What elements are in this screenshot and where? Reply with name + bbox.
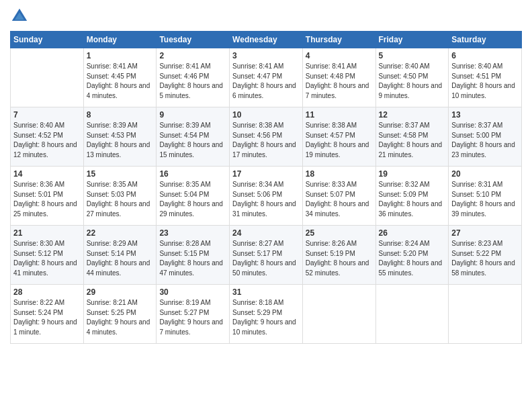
day-info: Sunrise: 8:24 AMSunset: 5:20 PMDaylight:… <box>379 239 446 278</box>
calendar-cell: 5Sunrise: 8:40 AMSunset: 4:50 PMDaylight… <box>375 48 449 107</box>
calendar-cell: 12Sunrise: 8:37 AMSunset: 4:58 PMDayligh… <box>375 107 449 167</box>
calendar-weekday-saturday: Saturday <box>449 32 522 48</box>
day-number: 23 <box>159 228 226 238</box>
calendar-weekday-tuesday: Tuesday <box>157 32 230 48</box>
day-number: 7 <box>13 110 81 120</box>
calendar-cell: 3Sunrise: 8:41 AMSunset: 4:47 PMDaylight… <box>230 48 303 107</box>
day-number: 15 <box>87 169 154 179</box>
day-number: 12 <box>379 110 446 120</box>
calendar-cell: 2Sunrise: 8:41 AMSunset: 4:46 PMDaylight… <box>157 48 230 107</box>
day-info: Sunrise: 8:27 AMSunset: 5:17 PMDaylight:… <box>232 239 300 278</box>
day-number: 2 <box>159 51 226 60</box>
day-info: Sunrise: 8:22 AMSunset: 5:24 PMDaylight:… <box>13 298 81 337</box>
day-info: Sunrise: 8:35 AMSunset: 5:03 PMDaylight:… <box>87 180 154 219</box>
day-info: Sunrise: 8:41 AMSunset: 4:46 PMDaylight:… <box>159 62 226 101</box>
calendar-cell: 14Sunrise: 8:36 AMSunset: 5:01 PMDayligh… <box>11 167 84 226</box>
day-info: Sunrise: 8:38 AMSunset: 4:57 PMDaylight:… <box>306 121 373 160</box>
calendar-cell: 7Sunrise: 8:40 AMSunset: 4:52 PMDaylight… <box>11 107 84 167</box>
calendar-cell: 30Sunrise: 8:19 AMSunset: 5:27 PMDayligh… <box>157 285 230 344</box>
day-number: 13 <box>451 110 519 120</box>
calendar-week-row: 1Sunrise: 8:41 AMSunset: 4:45 PMDaylight… <box>11 48 522 107</box>
calendar-weekday-wednesday: Wednesday <box>230 32 303 48</box>
day-info: Sunrise: 8:41 AMSunset: 4:45 PMDaylight:… <box>87 62 154 101</box>
calendar-week-row: 21Sunrise: 8:30 AMSunset: 5:12 PMDayligh… <box>11 226 522 285</box>
day-number: 4 <box>306 51 373 60</box>
calendar-cell: 31Sunrise: 8:18 AMSunset: 5:29 PMDayligh… <box>230 285 303 344</box>
calendar-weekday-sunday: Sunday <box>11 32 84 48</box>
calendar-weekday-friday: Friday <box>375 32 449 48</box>
calendar-cell: 1Sunrise: 8:41 AMSunset: 4:45 PMDaylight… <box>83 48 157 107</box>
calendar-cell: 29Sunrise: 8:21 AMSunset: 5:25 PMDayligh… <box>83 285 157 344</box>
day-info: Sunrise: 8:18 AMSunset: 5:29 PMDaylight:… <box>232 298 300 337</box>
day-info: Sunrise: 8:34 AMSunset: 5:06 PMDaylight:… <box>232 180 300 219</box>
day-info: Sunrise: 8:41 AMSunset: 4:47 PMDaylight:… <box>232 62 300 101</box>
day-info: Sunrise: 8:29 AMSunset: 5:14 PMDaylight:… <box>87 239 154 278</box>
header <box>10 7 522 26</box>
day-info: Sunrise: 8:39 AMSunset: 4:53 PMDaylight:… <box>87 121 154 160</box>
day-info: Sunrise: 8:35 AMSunset: 5:04 PMDaylight:… <box>159 180 226 219</box>
day-number: 3 <box>232 51 300 60</box>
day-number: 29 <box>87 287 154 297</box>
calendar-cell: 6Sunrise: 8:40 AMSunset: 4:51 PMDaylight… <box>449 48 522 107</box>
day-info: Sunrise: 8:33 AMSunset: 5:07 PMDaylight:… <box>306 180 373 219</box>
day-number: 30 <box>159 287 226 297</box>
calendar-cell: 27Sunrise: 8:23 AMSunset: 5:22 PMDayligh… <box>449 226 522 285</box>
day-number: 6 <box>451 51 519 60</box>
calendar-cell: 9Sunrise: 8:39 AMSunset: 4:54 PMDaylight… <box>157 107 230 167</box>
day-number: 17 <box>232 169 300 179</box>
calendar-cell <box>302 285 375 344</box>
day-number: 9 <box>159 110 226 120</box>
day-info: Sunrise: 8:37 AMSunset: 5:00 PMDaylight:… <box>451 121 519 160</box>
day-number: 16 <box>159 169 226 179</box>
day-number: 11 <box>306 110 373 120</box>
calendar-cell: 4Sunrise: 8:41 AMSunset: 4:48 PMDaylight… <box>302 48 375 107</box>
calendar-cell: 20Sunrise: 8:31 AMSunset: 5:10 PMDayligh… <box>449 167 522 226</box>
calendar-weekday-monday: Monday <box>83 32 157 48</box>
day-number: 20 <box>451 169 519 179</box>
calendar-cell: 25Sunrise: 8:26 AMSunset: 5:19 PMDayligh… <box>302 226 375 285</box>
day-info: Sunrise: 8:40 AMSunset: 4:50 PMDaylight:… <box>379 62 446 101</box>
calendar-cell: 15Sunrise: 8:35 AMSunset: 5:03 PMDayligh… <box>83 167 157 226</box>
calendar-cell: 28Sunrise: 8:22 AMSunset: 5:24 PMDayligh… <box>11 285 84 344</box>
calendar-cell: 18Sunrise: 8:33 AMSunset: 5:07 PMDayligh… <box>302 167 375 226</box>
day-info: Sunrise: 8:39 AMSunset: 4:54 PMDaylight:… <box>159 121 226 160</box>
calendar-cell: 10Sunrise: 8:38 AMSunset: 4:56 PMDayligh… <box>230 107 303 167</box>
calendar-cell <box>449 285 522 344</box>
day-number: 10 <box>232 110 300 120</box>
day-number: 27 <box>451 228 519 238</box>
day-info: Sunrise: 8:40 AMSunset: 4:51 PMDaylight:… <box>451 62 519 101</box>
day-info: Sunrise: 8:32 AMSunset: 5:09 PMDaylight:… <box>379 180 446 219</box>
calendar-cell: 21Sunrise: 8:30 AMSunset: 5:12 PMDayligh… <box>11 226 84 285</box>
calendar-week-row: 14Sunrise: 8:36 AMSunset: 5:01 PMDayligh… <box>11 167 522 226</box>
day-info: Sunrise: 8:40 AMSunset: 4:52 PMDaylight:… <box>13 121 81 160</box>
day-number: 26 <box>379 228 446 238</box>
day-info: Sunrise: 8:37 AMSunset: 4:58 PMDaylight:… <box>379 121 446 160</box>
calendar-week-row: 7Sunrise: 8:40 AMSunset: 4:52 PMDaylight… <box>11 107 522 167</box>
day-number: 19 <box>379 169 446 179</box>
day-number: 8 <box>87 110 154 120</box>
day-info: Sunrise: 8:26 AMSunset: 5:19 PMDaylight:… <box>306 239 373 278</box>
calendar-week-row: 28Sunrise: 8:22 AMSunset: 5:24 PMDayligh… <box>11 285 522 344</box>
day-number: 5 <box>379 51 446 60</box>
calendar-cell: 26Sunrise: 8:24 AMSunset: 5:20 PMDayligh… <box>375 226 449 285</box>
day-info: Sunrise: 8:38 AMSunset: 4:56 PMDaylight:… <box>232 121 300 160</box>
day-number: 21 <box>13 228 81 238</box>
day-info: Sunrise: 8:21 AMSunset: 5:25 PMDaylight:… <box>87 298 154 337</box>
calendar-cell <box>11 48 84 107</box>
calendar-table: SundayMondayTuesdayWednesdayThursdayFrid… <box>10 31 522 344</box>
calendar-cell: 23Sunrise: 8:28 AMSunset: 5:15 PMDayligh… <box>157 226 230 285</box>
day-number: 18 <box>306 169 373 179</box>
day-info: Sunrise: 8:30 AMSunset: 5:12 PMDaylight:… <box>13 239 81 278</box>
calendar-cell: 8Sunrise: 8:39 AMSunset: 4:53 PMDaylight… <box>83 107 157 167</box>
day-number: 31 <box>232 287 300 297</box>
calendar-cell: 13Sunrise: 8:37 AMSunset: 5:00 PMDayligh… <box>449 107 522 167</box>
day-info: Sunrise: 8:36 AMSunset: 5:01 PMDaylight:… <box>13 180 81 219</box>
day-info: Sunrise: 8:23 AMSunset: 5:22 PMDaylight:… <box>451 239 519 278</box>
day-number: 24 <box>232 228 300 238</box>
calendar-cell: 22Sunrise: 8:29 AMSunset: 5:14 PMDayligh… <box>83 226 157 285</box>
calendar-header-row: SundayMondayTuesdayWednesdayThursdayFrid… <box>11 32 522 48</box>
page: SundayMondayTuesdayWednesdayThursdayFrid… <box>0 0 532 411</box>
day-number: 22 <box>87 228 154 238</box>
day-info: Sunrise: 8:28 AMSunset: 5:15 PMDaylight:… <box>159 239 226 278</box>
day-number: 28 <box>13 287 81 297</box>
